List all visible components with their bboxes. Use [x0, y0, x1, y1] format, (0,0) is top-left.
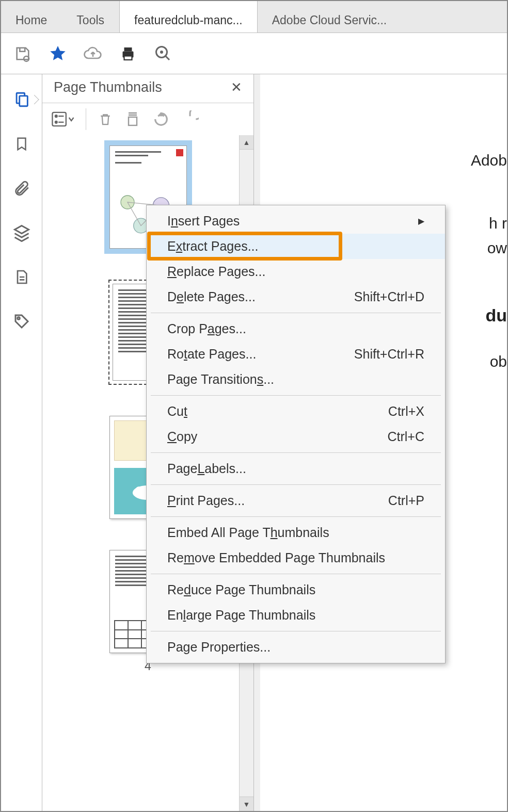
document-icon[interactable]: [12, 267, 31, 287]
menu-crop-pages[interactable]: Crop Pages...: [147, 316, 445, 342]
tag-icon[interactable]: [12, 312, 31, 331]
context-menu: Insert Pages ▶ Extract Pages... Replace …: [146, 205, 446, 663]
shortcut-label: Shift+Ctrl+R: [354, 347, 424, 362]
separator: [86, 108, 86, 130]
rotate-page-icon[interactable]: [124, 111, 141, 127]
menu-extract-pages[interactable]: Extract Pages...: [147, 234, 445, 259]
panel-toolbar: [42, 103, 253, 135]
tab-document[interactable]: featuredclub-manc...: [119, 1, 258, 33]
nav-rail: [1, 74, 42, 811]
menu-replace-pages[interactable]: Replace Pages...: [147, 259, 445, 284]
content-text: h r: [489, 215, 507, 232]
options-dropdown-icon[interactable]: [52, 111, 74, 127]
submenu-arrow-icon: ▶: [418, 216, 424, 226]
shortcut-label: Ctrl+X: [388, 404, 424, 419]
menu-enlarge-thumbnails[interactable]: Enlarge Page Thumbnails: [147, 603, 445, 628]
menu-separator: [151, 484, 441, 485]
svg-rect-9: [52, 112, 66, 126]
svg-point-17: [135, 486, 141, 493]
menu-page-properties[interactable]: Page Properties...: [147, 635, 445, 660]
bookmark-icon[interactable]: [12, 134, 31, 154]
print-icon[interactable]: [119, 44, 137, 63]
panel-close-button[interactable]: ✕: [231, 79, 242, 95]
menu-reduce-thumbnails[interactable]: Reduce Page Thumbnails: [147, 577, 445, 603]
svg-rect-2: [124, 47, 132, 52]
content-text: Adob: [471, 152, 507, 169]
svg-point-8: [17, 317, 20, 320]
redo-icon[interactable]: [181, 110, 199, 128]
layers-icon[interactable]: [12, 223, 31, 242]
tab-home[interactable]: Home: [1, 1, 62, 33]
menu-cut[interactable]: Cut Ctrl+X: [147, 399, 445, 424]
menu-insert-pages[interactable]: Insert Pages ▶: [147, 208, 445, 234]
search-icon[interactable]: [154, 44, 172, 63]
menu-separator: [151, 452, 441, 453]
svg-point-11: [55, 121, 57, 123]
content-text: du: [485, 305, 507, 326]
menu-separator: [151, 631, 441, 631]
panel-title: Page Thumbnails: [54, 79, 162, 95]
svg-rect-12: [129, 117, 137, 125]
menu-page-labels[interactable]: Page Labels...: [147, 456, 445, 481]
tab-tools[interactable]: Tools: [62, 1, 119, 33]
shortcut-label: Ctrl+P: [388, 493, 424, 508]
delete-icon[interactable]: [98, 110, 113, 128]
content-text: ob: [490, 353, 507, 370]
cloud-upload-icon[interactable]: [84, 44, 102, 63]
menu-separator: [151, 574, 441, 574]
shortcut-label: Shift+Ctrl+D: [354, 289, 424, 304]
shortcut-label: Ctrl+C: [387, 429, 424, 444]
menu-remove-embedded-thumbnails[interactable]: Remove Embedded Page Thumbnails: [147, 545, 445, 571]
undo-icon[interactable]: [152, 110, 170, 128]
content-text: ow: [487, 239, 507, 257]
svg-point-5: [161, 51, 163, 53]
svg-rect-3: [124, 56, 132, 60]
menu-rotate-pages[interactable]: Rotate Pages... Shift+Ctrl+R: [147, 342, 445, 367]
tab-bar: Home Tools featuredclub-manc... Adobe Cl…: [1, 1, 507, 33]
menu-print-pages[interactable]: Print Pages... Ctrl+P: [147, 488, 445, 513]
page-thumbnails-icon[interactable]: [12, 90, 31, 109]
menu-copy[interactable]: Copy Ctrl+C: [147, 424, 445, 449]
svg-point-10: [55, 115, 57, 117]
panel-header: Page Thumbnails ✕: [42, 74, 253, 103]
main-toolbar: [1, 33, 507, 74]
menu-embed-thumbnails[interactable]: Embed All Page Thumbnails: [147, 520, 445, 545]
menu-delete-pages[interactable]: Delete Pages... Shift+Ctrl+D: [147, 284, 445, 310]
menu-separator: [151, 395, 441, 396]
tab-cloud[interactable]: Adobe Cloud Servic...: [258, 1, 402, 33]
scroll-down-icon[interactable]: ▼: [240, 797, 253, 811]
scroll-up-icon[interactable]: ▲: [240, 135, 253, 150]
star-icon[interactable]: [49, 44, 67, 63]
menu-page-transitions[interactable]: Page Transitions...: [147, 367, 445, 392]
menu-separator: [151, 313, 441, 313]
menu-separator: [151, 516, 441, 517]
save-icon[interactable]: [13, 44, 32, 63]
svg-rect-7: [19, 96, 27, 106]
attachment-icon[interactable]: [12, 178, 31, 198]
